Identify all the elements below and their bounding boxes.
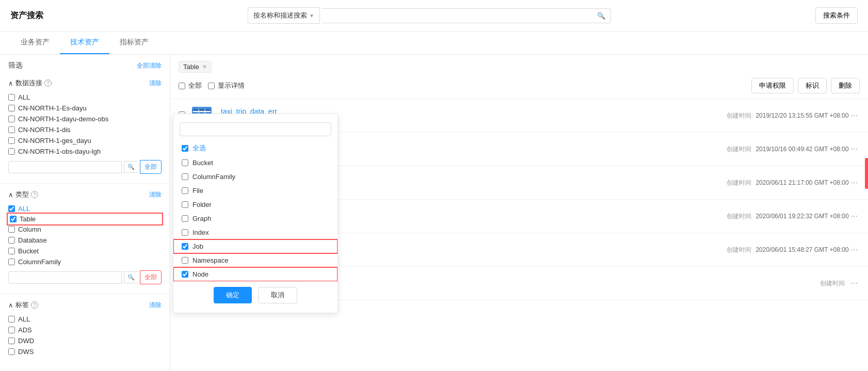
- checkbox-type-table[interactable]: [10, 216, 17, 222]
- filter-item-connection-all[interactable]: ALL: [8, 92, 162, 103]
- filter-item-tags-dws[interactable]: DWS: [8, 346, 162, 357]
- checkbox-tags-ads[interactable]: [8, 327, 15, 333]
- filter-item-tags-all[interactable]: ALL: [8, 314, 162, 325]
- filter-item-type-all[interactable]: ALL: [8, 203, 162, 214]
- checkbox-tags-dws[interactable]: [8, 348, 15, 355]
- tab-technical-assets[interactable]: 技术资产: [60, 31, 109, 54]
- dropdown-item-columnfamily[interactable]: ColumnFamily: [173, 170, 337, 184]
- more-actions-button[interactable]: ···: [849, 212, 860, 221]
- dropdown-item-select-all[interactable]: 全选: [173, 140, 337, 156]
- filter-item-label: CN-NORTH-1-dayu-demo-obs: [18, 115, 108, 123]
- search-icon[interactable]: 🔍: [597, 12, 605, 20]
- checkbox-connection-3[interactable]: [8, 126, 15, 133]
- dropdown-item-job[interactable]: Job: [173, 239, 337, 253]
- filter-section-header-connection[interactable]: ∧ 数据连接 ? 清除: [8, 78, 162, 88]
- filter-item-tags-ads[interactable]: ADS: [8, 325, 162, 335]
- help-icon-type[interactable]: ?: [31, 191, 38, 198]
- dropdown-checkbox-namespace[interactable]: [182, 257, 188, 264]
- filter-item-connection-3[interactable]: CN-NORTH-1-dis: [8, 124, 162, 135]
- filter-item-type-table[interactable]: Table: [8, 214, 162, 224]
- checkbox-type-bucket[interactable]: [8, 248, 15, 254]
- more-actions-button[interactable]: ···: [849, 245, 860, 254]
- filter-item-type-column[interactable]: Column: [8, 224, 162, 235]
- checkbox-connection-2[interactable]: [8, 116, 15, 122]
- type-search-icon-btn[interactable]: 🔍: [124, 271, 138, 283]
- filter-item-label: ALL: [18, 315, 30, 323]
- checkbox-type-all[interactable]: [8, 205, 15, 212]
- dropdown-item-namespace[interactable]: Namespace: [173, 253, 337, 267]
- dropdown-item-bucket[interactable]: Bucket: [173, 156, 337, 170]
- connection-search-input[interactable]: [8, 161, 122, 173]
- checkbox-tags-all[interactable]: [8, 316, 15, 322]
- checkbox-connection-4[interactable]: [8, 137, 15, 144]
- apply-permission-button[interactable]: 申请权限: [751, 78, 794, 93]
- select-all-checkbox[interactable]: [179, 83, 185, 89]
- dropdown-item-node[interactable]: Node: [173, 267, 337, 281]
- filter-item-type-bucket[interactable]: Bucket: [8, 246, 162, 256]
- search-input[interactable]: [327, 12, 597, 20]
- clear-connection-button[interactable]: 清除: [149, 79, 162, 88]
- filter-section-header-tags[interactable]: ∧ 标签 ? 清除: [8, 300, 162, 310]
- dropdown-checkbox-select-all[interactable]: [182, 145, 188, 152]
- dropdown-checkbox-bucket[interactable]: [182, 159, 188, 166]
- checkbox-tags-dwd[interactable]: [8, 337, 15, 344]
- tab-business-assets[interactable]: 业务资产: [10, 31, 60, 54]
- dropdown-item-index[interactable]: Index: [173, 225, 337, 239]
- filter-item-label: CN-NORTH-1-ges_dayu: [18, 137, 91, 144]
- filter-items-type: ALL Table Column Database Bucket: [8, 203, 162, 267]
- checkbox-type-column[interactable]: [8, 226, 15, 233]
- filter-item-connection-5[interactable]: CN-NORTH-1-obs-dayu-lgh: [8, 146, 162, 157]
- delete-button[interactable]: 删除: [831, 78, 860, 93]
- select-all-label[interactable]: 全部: [179, 81, 202, 90]
- clear-type-button[interactable]: 清除: [149, 190, 162, 199]
- filter-item-label: Database: [18, 236, 47, 244]
- filter-item-connection-1[interactable]: CN-NORTH-1-Es-dayu: [8, 103, 162, 114]
- remove-tag-button[interactable]: ✕: [202, 63, 207, 70]
- checkbox-type-columnfamily[interactable]: [8, 259, 15, 265]
- show-details-label[interactable]: 显示详情: [208, 81, 245, 90]
- dropdown-checkbox-node[interactable]: [182, 271, 188, 278]
- checkbox-connection-all[interactable]: [8, 94, 15, 101]
- checkbox-type-database[interactable]: [8, 237, 15, 244]
- help-icon-tags[interactable]: ?: [31, 301, 38, 309]
- dropdown-item-folder[interactable]: Folder: [173, 198, 337, 212]
- tab-indicator-assets[interactable]: 指标资产: [109, 31, 159, 54]
- dropdown-checkbox-columnfamily[interactable]: [182, 173, 188, 180]
- clear-all-button[interactable]: 全部清除: [137, 61, 162, 70]
- filter-item-label: Table: [20, 215, 36, 223]
- filter-item-connection-2[interactable]: CN-NORTH-1-dayu-demo-obs: [8, 114, 162, 124]
- dropdown-checkbox-file[interactable]: [182, 187, 188, 194]
- filter-item-connection-4[interactable]: CN-NORTH-1-ges_dayu: [8, 135, 162, 146]
- search-conditions-button[interactable]: 搜索条件: [815, 7, 858, 24]
- clear-tags-button[interactable]: 清除: [149, 301, 162, 310]
- more-actions-button[interactable]: ···: [849, 178, 860, 187]
- dropdown-checkbox-index[interactable]: [182, 229, 188, 236]
- more-actions-button[interactable]: ···: [849, 279, 860, 288]
- type-all-button[interactable]: 全部: [140, 270, 162, 284]
- filter-section-header-type[interactable]: ∧ 类型 ? 清除: [8, 190, 162, 199]
- dropdown-checkbox-folder[interactable]: [182, 201, 188, 208]
- more-actions-button[interactable]: ···: [849, 111, 860, 120]
- checkbox-connection-5[interactable]: [8, 148, 15, 155]
- more-actions-button[interactable]: ···: [849, 144, 860, 154]
- dropdown-item-file[interactable]: File: [173, 184, 337, 198]
- dropdown-item-label: Node: [192, 270, 208, 278]
- filter-item-type-columnfamily[interactable]: ColumnFamily: [8, 256, 162, 267]
- type-search-input[interactable]: [8, 271, 122, 284]
- show-details-checkbox[interactable]: [208, 83, 215, 89]
- connection-search-icon-btn[interactable]: 🔍: [124, 161, 138, 173]
- filter-item-type-database[interactable]: Database: [8, 235, 162, 246]
- sidebar-header: 筛选 全部清除: [0, 55, 170, 74]
- help-icon-connection[interactable]: ?: [44, 79, 52, 87]
- dropdown-cancel-button[interactable]: 取消: [258, 287, 297, 303]
- filter-item-tags-dwd[interactable]: DWD: [8, 335, 162, 346]
- search-type-select[interactable]: 按名称和描述搜索 ▼: [248, 7, 320, 24]
- dropdown-checkbox-graph[interactable]: [182, 215, 188, 222]
- dropdown-checkbox-job[interactable]: [182, 243, 188, 250]
- dropdown-confirm-button[interactable]: 确定: [214, 287, 252, 303]
- connection-all-button[interactable]: 全部: [140, 160, 162, 174]
- label-button[interactable]: 标识: [798, 78, 827, 93]
- dropdown-item-graph[interactable]: Graph: [173, 212, 337, 225]
- dropdown-search-input[interactable]: [180, 122, 331, 136]
- checkbox-connection-1[interactable]: [8, 105, 15, 111]
